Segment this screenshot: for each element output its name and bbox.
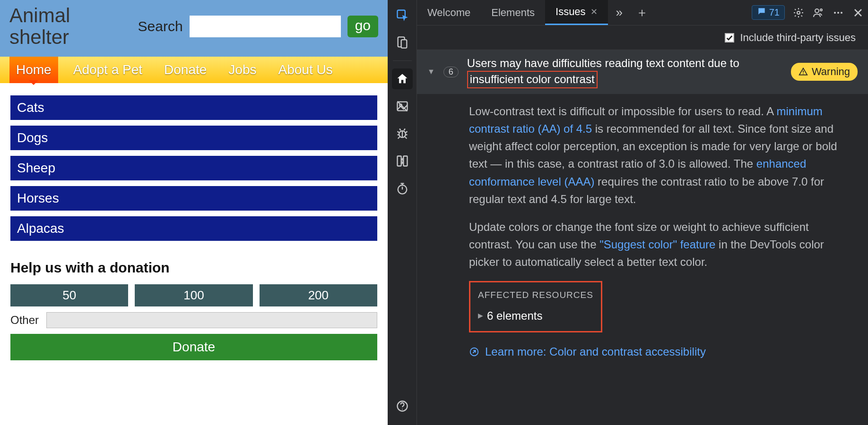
stopwatch-icon[interactable] xyxy=(392,178,413,199)
device-icon[interactable] xyxy=(392,32,413,53)
bug-icon[interactable] xyxy=(392,123,413,144)
donation-amount-button[interactable]: 200 xyxy=(260,284,377,306)
main-nav: Home Adopt a Pet Donate Jobs About Us xyxy=(0,57,388,83)
third-party-checkbox[interactable] xyxy=(725,33,734,42)
svg-point-15 xyxy=(402,408,403,409)
svg-rect-8 xyxy=(397,156,401,166)
category-item[interactable]: Sheep xyxy=(10,156,377,180)
svg-point-20 xyxy=(837,12,839,14)
image-strike-icon[interactable] xyxy=(392,96,413,117)
warning-badge-label: Warning xyxy=(812,66,850,78)
tab-elements[interactable]: Elements xyxy=(481,0,545,25)
nav-home[interactable]: Home xyxy=(9,57,58,83)
svg-point-21 xyxy=(841,12,842,14)
svg-point-25 xyxy=(803,74,804,75)
devtools-tabbar: Welcome Elements Issues ✕ » ＋ 71 xyxy=(417,0,868,26)
issue-title: Users may have difficulties reading text… xyxy=(467,56,782,88)
donation-heading: Help us with a donation xyxy=(10,260,377,276)
toolstrip-separator xyxy=(393,60,412,61)
affected-resources-box: AFFECTED RESOURCES ▶ 6 elements xyxy=(469,281,602,332)
donation-amount-button[interactable]: 100 xyxy=(135,284,252,306)
issue-header[interactable]: ▼ 6 Users may have difficulties reading … xyxy=(417,50,868,94)
feedback-count: 71 xyxy=(769,7,780,18)
search-input[interactable] xyxy=(190,16,341,37)
close-icon[interactable]: ✕ xyxy=(590,7,598,17)
chat-icon xyxy=(757,7,766,18)
tab-issues[interactable]: Issues ✕ xyxy=(545,0,608,25)
external-link-icon xyxy=(469,347,479,357)
app-header: Animal shelter Search go xyxy=(0,0,388,57)
issue-description-p1: Low-contrast text is difficult or imposs… xyxy=(469,102,840,208)
learn-more-row: Learn more: Color and contrast accessibi… xyxy=(469,343,840,360)
close-devtools-icon[interactable] xyxy=(848,0,868,25)
issue-body: Low-contrast text is difficult or imposs… xyxy=(417,94,868,370)
affected-resources-title: AFFECTED RESOURCES xyxy=(478,288,593,302)
affected-elements-row[interactable]: ▶ 6 elements xyxy=(478,307,593,324)
feedback-count-button[interactable]: 71 xyxy=(752,5,785,20)
devtools-toolstrip xyxy=(388,0,417,425)
search-label: Search xyxy=(138,18,183,34)
category-list: Cats Dogs Sheep Horses Alpacas xyxy=(10,95,377,241)
nav-about[interactable]: About Us xyxy=(272,57,339,83)
gear-icon[interactable] xyxy=(789,0,808,25)
donate-button[interactable]: Donate xyxy=(10,334,377,360)
issue-count-badge: 6 xyxy=(443,67,459,77)
more-icon[interactable] xyxy=(828,0,848,25)
issue-title-pre: Users may have difficulties reading text… xyxy=(467,57,739,69)
category-item[interactable]: Alpacas xyxy=(10,216,377,241)
svg-rect-9 xyxy=(403,156,407,166)
tab-welcome[interactable]: Welcome xyxy=(417,0,481,25)
app-pane: Animal shelter Search go Home Adopt a Pe… xyxy=(0,0,388,425)
search-go-button[interactable]: go xyxy=(347,16,378,37)
nav-jobs[interactable]: Jobs xyxy=(222,57,263,83)
svg-point-16 xyxy=(797,11,800,14)
nav-donate[interactable]: Donate xyxy=(157,57,213,83)
site-title: Animal shelter xyxy=(9,5,90,48)
tabs-overflow-icon[interactable]: » xyxy=(608,0,631,25)
tab-label: Welcome xyxy=(427,7,470,19)
warning-badge: Warning xyxy=(791,63,858,81)
tab-label: Issues xyxy=(556,6,586,18)
help-icon[interactable] xyxy=(392,396,413,416)
suggest-color-link[interactable]: "Suggest color" feature xyxy=(599,238,715,251)
category-item[interactable]: Horses xyxy=(10,186,377,211)
svg-point-19 xyxy=(834,12,836,14)
issue-description-p2: Update colors or change the font size or… xyxy=(469,218,840,271)
category-item[interactable]: Dogs xyxy=(10,126,377,150)
category-item[interactable]: Cats xyxy=(10,95,377,120)
disclosure-down-icon[interactable]: ▼ xyxy=(427,68,435,76)
learn-more-link[interactable]: Learn more: Color and contrast accessibi… xyxy=(485,343,706,360)
issues-filterbar: Include third-party issues xyxy=(417,26,868,50)
issue-title-highlight: insufficient color contrast xyxy=(467,71,598,88)
swap-icon[interactable] xyxy=(392,151,413,171)
svg-point-18 xyxy=(820,9,822,11)
affected-elements-label: 6 elements xyxy=(487,307,542,324)
donation-amount-row: 50 100 200 xyxy=(10,284,377,306)
add-tab-icon[interactable]: ＋ xyxy=(631,0,653,25)
tab-label: Elements xyxy=(491,7,535,19)
donation-amount-button[interactable]: 50 xyxy=(10,284,128,306)
app-main: Cats Dogs Sheep Horses Alpacas Help us w… xyxy=(0,83,388,373)
svg-point-17 xyxy=(815,9,819,13)
inspect-icon[interactable] xyxy=(392,5,413,26)
disclosure-right-icon: ▶ xyxy=(478,311,483,321)
donation-other-row: Other xyxy=(10,312,377,328)
search-wrap: Search go xyxy=(138,16,378,37)
devtools-pane: Welcome Elements Issues ✕ » ＋ 71 xyxy=(388,0,868,425)
donation-other-label: Other xyxy=(10,314,42,327)
feedback-icon[interactable] xyxy=(808,0,828,25)
home-icon[interactable] xyxy=(392,68,413,89)
devtools-main: Welcome Elements Issues ✕ » ＋ 71 xyxy=(417,0,868,425)
svg-rect-2 xyxy=(401,40,407,48)
third-party-label: Include third-party issues xyxy=(740,32,856,44)
donation-other-input[interactable] xyxy=(46,312,377,328)
nav-adopt[interactable]: Adopt a Pet xyxy=(67,57,149,83)
